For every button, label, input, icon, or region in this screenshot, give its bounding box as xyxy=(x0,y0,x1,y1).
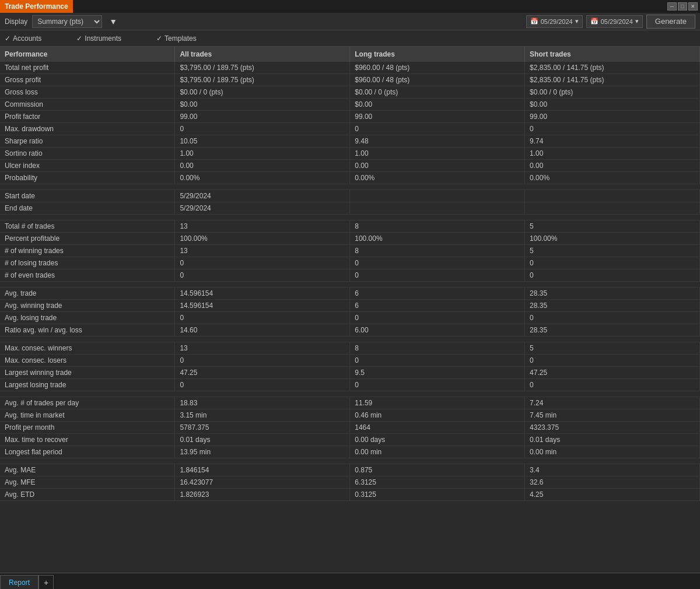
table-row: Largest losing trade000 xyxy=(0,379,700,391)
row-value: 18.83 xyxy=(175,397,350,409)
row-value: 1.826923 xyxy=(175,489,350,501)
row-label: Largest winning trade xyxy=(0,367,175,379)
table-row: Avg. winning trade14.596154628.35 xyxy=(0,300,700,312)
row-value: $960.00 / 48 (pts) xyxy=(350,62,525,74)
row-value: 32.6 xyxy=(525,476,700,489)
close-button[interactable]: ✕ xyxy=(688,2,698,10)
row-value: 0.00% xyxy=(175,172,350,184)
table-row: Avg. trade14.596154628.35 xyxy=(0,288,700,300)
table-row: Start date5/29/2024 xyxy=(0,190,700,202)
table-row xyxy=(0,184,700,190)
row-value: 0.00 xyxy=(350,160,525,172)
display-select[interactable]: Summary (pts)Summary ($)Details xyxy=(32,15,102,28)
row-label: Ulcer index xyxy=(0,160,175,172)
row-value: 28.35 xyxy=(525,288,700,300)
row-label: Largest losing trade xyxy=(0,379,175,391)
title-bar: Trade Performance ─ □ ✕ xyxy=(0,0,700,13)
row-value: 0 xyxy=(175,355,350,367)
row-label: Sharpe ratio xyxy=(0,135,175,148)
tab-report[interactable]: Report xyxy=(0,575,38,589)
row-value: 0 xyxy=(350,257,525,269)
row-value: 7.45 min xyxy=(525,409,700,422)
row-label: # of even trades xyxy=(0,269,175,282)
row-value: 1.00 xyxy=(525,148,700,160)
row-value: 99.00 xyxy=(175,111,350,123)
table-row: Probability0.00%0.00%0.00% xyxy=(0,172,700,184)
chevron-down-icon-2: ▾ xyxy=(635,17,639,25)
row-value: 5/29/2024 xyxy=(175,190,350,202)
table-row xyxy=(0,391,700,397)
row-value: 10.05 xyxy=(175,135,350,148)
tab-add-button[interactable]: + xyxy=(38,575,54,589)
date-start-value: 05/29/2024 xyxy=(541,18,573,25)
templates-label: Templates xyxy=(164,34,197,43)
row-value xyxy=(350,190,525,202)
row-label: Start date xyxy=(0,190,175,202)
row-label: Gross profit xyxy=(0,74,175,86)
date-end-value: 05/29/2024 xyxy=(601,18,633,25)
row-value: 5 xyxy=(525,245,700,257)
row-value: 47.25 xyxy=(525,367,700,379)
row-value: 8 xyxy=(350,245,525,257)
row-value: 0 xyxy=(525,269,700,282)
row-value: 0 xyxy=(350,312,525,324)
date-picker-start[interactable]: 📅 05/29/2024 ▾ xyxy=(526,15,583,28)
table-row: Avg. MFE16.4230776.312532.6 xyxy=(0,476,700,489)
instruments-filter[interactable]: ✓ Instruments xyxy=(76,34,121,43)
row-value: 3.4 xyxy=(525,464,700,476)
row-label: Percent profitable xyxy=(0,233,175,245)
accounts-filter[interactable]: ✓ Accounts xyxy=(5,34,41,43)
filter-bar: ✓ Accounts ✓ Instruments ✓ Templates xyxy=(0,30,700,47)
templates-filter[interactable]: ✓ Templates xyxy=(156,34,197,43)
minimize-button[interactable]: ─ xyxy=(667,2,677,10)
date-section: 📅 05/29/2024 ▾ 📅 05/29/2024 ▾ Generate xyxy=(526,15,695,29)
maximize-button[interactable]: □ xyxy=(678,2,687,10)
row-value: 8 xyxy=(350,220,525,233)
table-row: Avg. losing trade000 xyxy=(0,312,700,324)
table-row: End date5/29/2024 xyxy=(0,202,700,215)
generate-button[interactable]: Generate xyxy=(646,15,695,29)
row-value: 4.25 xyxy=(525,489,700,501)
row-value: $0.00 / 0 (pts) xyxy=(175,86,350,99)
table-row: Longest flat period13.95 min0.00 min0.00… xyxy=(0,446,700,458)
row-value: 0 xyxy=(525,379,700,391)
row-value: 9.5 xyxy=(350,367,525,379)
header-performance: Performance xyxy=(0,47,175,62)
row-value: 13 xyxy=(175,220,350,233)
filter-button[interactable]: ▼ xyxy=(107,17,120,26)
window-controls: ─ □ ✕ xyxy=(667,2,700,10)
row-value: 0 xyxy=(350,123,525,135)
table-header-row: Performance All trades Long trades Short… xyxy=(0,47,700,62)
row-value: 0 xyxy=(350,379,525,391)
row-value: 6.3125 xyxy=(350,476,525,489)
row-value: 0 xyxy=(525,312,700,324)
row-value: 0 xyxy=(525,355,700,367)
row-label: Max. consec. winners xyxy=(0,342,175,355)
row-value: 99.00 xyxy=(350,111,525,123)
table-row: Profit per month5787.37514644323.375 xyxy=(0,422,700,434)
table-row: Ratio avg. win / avg. loss14.606.0028.35 xyxy=(0,324,700,336)
table-row: Sortino ratio1.001.001.00 xyxy=(0,148,700,160)
table-row: Percent profitable100.00%100.00%100.00% xyxy=(0,233,700,245)
row-value: $0.00 xyxy=(525,99,700,111)
row-value: $0.00 xyxy=(350,99,525,111)
row-value: 11.59 xyxy=(350,397,525,409)
row-value: 0.00 xyxy=(175,160,350,172)
row-value: 13 xyxy=(175,245,350,257)
row-value: 9.48 xyxy=(350,135,525,148)
accounts-label: Accounts xyxy=(13,34,41,43)
row-value: 6 xyxy=(350,300,525,312)
row-value: 0 xyxy=(175,123,350,135)
instruments-label: Instruments xyxy=(85,34,121,43)
row-label: Sortino ratio xyxy=(0,148,175,160)
row-label: Avg. # of trades per day xyxy=(0,397,175,409)
row-value: $2,835.00 / 141.75 (pts) xyxy=(525,62,700,74)
row-value: $0.00 / 0 (pts) xyxy=(350,86,525,99)
calendar-icon: 📅 xyxy=(530,17,538,25)
row-value: 8 xyxy=(350,342,525,355)
table-body: Total net profit$3,795.00 / 189.75 (pts)… xyxy=(0,62,700,501)
row-label: End date xyxy=(0,202,175,215)
table-row: Profit factor99.0099.0099.00 xyxy=(0,111,700,123)
table-row xyxy=(0,336,700,342)
date-picker-end[interactable]: 📅 05/29/2024 ▾ xyxy=(586,15,643,28)
